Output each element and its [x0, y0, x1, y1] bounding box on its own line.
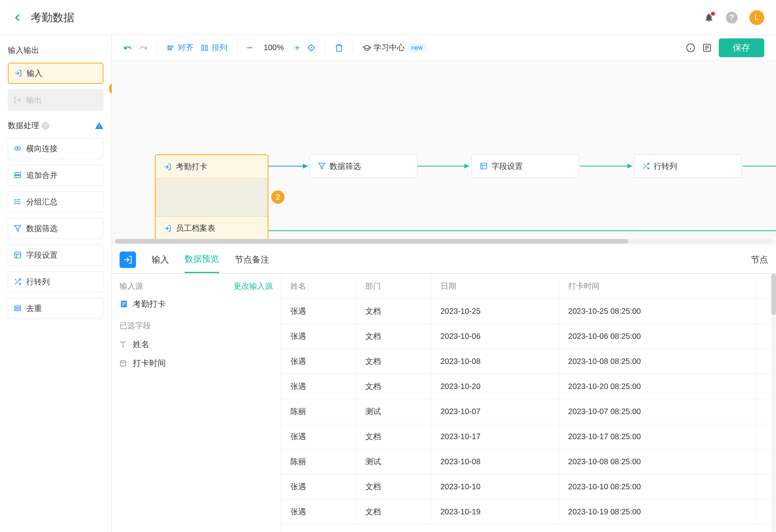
back-icon[interactable]	[12, 12, 23, 23]
column-header[interactable]: 日期	[431, 274, 558, 299]
tab-node-right[interactable]: 节点	[751, 247, 768, 273]
table-row[interactable]: 张遇文档2023-10-102023-10-10 08:25:00	[281, 474, 776, 499]
delete-button[interactable]	[335, 43, 343, 52]
svg-rect-51	[122, 304, 125, 304]
change-source-link[interactable]: 更改输入源	[234, 281, 273, 291]
table-row[interactable]: 张遇文档2023-10-202023-10-20 08:25:00	[281, 374, 776, 399]
sidebar-io-title: 输入输出	[8, 45, 103, 56]
filter-icon	[14, 224, 22, 232]
align-button[interactable]: 对齐	[167, 42, 194, 53]
node-attendance[interactable]: 考勤打卡	[156, 155, 268, 179]
sidebar-input-label: 输入	[27, 68, 42, 79]
zoom-fit-button[interactable]	[307, 43, 315, 52]
node-fields[interactable]: 字段设置	[471, 154, 579, 178]
bottom-panel: 输入源 更改输入源 考勤打卡 已选字段 姓名 打卡时间	[112, 273, 776, 532]
sidebar-output: 输出	[8, 89, 103, 110]
node-filter[interactable]: 数据筛选	[310, 154, 417, 178]
sidebar-item-pivot[interactable]: 行转列	[8, 271, 103, 292]
svg-rect-3	[15, 176, 21, 178]
tab-input[interactable]: 输入	[152, 247, 169, 273]
avatar[interactable]: L	[749, 10, 764, 25]
svg-rect-50	[122, 302, 125, 303]
help-icon[interactable]: ?	[42, 122, 49, 130]
zoom-out-button[interactable]: −	[247, 42, 253, 54]
undo-button[interactable]	[123, 43, 132, 52]
table-row[interactable]: 陈丽测试2023-10-082023-10-08 08:25:00	[281, 449, 776, 474]
app-header: 考勤数据 ? L	[0, 0, 776, 35]
svg-marker-42	[319, 163, 325, 169]
column-header[interactable]: 打卡时间	[558, 274, 756, 299]
preview-table: 姓名部门日期打卡时间 张遇文档2023-10-252023-10-25 08:2…	[281, 274, 776, 525]
sidebar: 输入输出 输入 输出 数据处理 ? 横向连接 追加合并	[0, 35, 112, 532]
tab-notes[interactable]: 节点备注	[235, 247, 269, 273]
sidebar-item-dedup[interactable]: 去重	[8, 298, 103, 319]
svg-rect-22	[202, 45, 203, 50]
svg-point-7	[15, 199, 16, 200]
sidebar-output-label: 输出	[26, 95, 42, 105]
sidebar-item-fields[interactable]: 字段设置	[8, 244, 103, 266]
page-title: 考勤数据	[31, 10, 74, 25]
filter-icon	[318, 162, 326, 170]
zoom-in-button[interactable]: +	[294, 42, 300, 53]
info-icon[interactable]	[686, 43, 695, 52]
save-button[interactable]: 保存	[719, 38, 764, 57]
union-icon	[14, 171, 22, 179]
tab-preview[interactable]: 数据预览	[185, 246, 219, 273]
table-row[interactable]: 张遇文档2023-10-062023-10-06 08:25:00	[281, 324, 776, 349]
sidebar-process-title: 数据处理 ?	[8, 120, 103, 131]
column-header[interactable]: 姓名	[281, 274, 356, 299]
toolbar: 对齐 排列 − 100% + 学习中心 new 保存	[112, 35, 776, 60]
sidebar-item-group[interactable]: 分组汇总	[8, 191, 103, 212]
table-row[interactable]: 张遇文档2023-10-172023-10-17 08:25:00	[281, 424, 776, 449]
column-header[interactable]: 部门	[356, 274, 431, 299]
field-name[interactable]: 姓名	[112, 335, 281, 354]
input-icon	[163, 163, 171, 171]
source-label: 输入源	[120, 281, 143, 291]
log-icon[interactable]	[702, 43, 712, 52]
svg-rect-11	[15, 252, 21, 258]
svg-line-48	[643, 163, 645, 165]
date-icon	[120, 360, 128, 367]
svg-rect-43	[481, 163, 487, 169]
sidebar-item-filter[interactable]: 数据筛选	[8, 218, 103, 239]
input-icon	[14, 69, 22, 77]
notification-icon[interactable]	[704, 13, 714, 23]
svg-rect-2	[15, 172, 21, 175]
node-pivot[interactable]: 行转列	[634, 154, 742, 178]
svg-point-25	[311, 47, 312, 48]
learn-center-button[interactable]: 学习中心 new	[363, 42, 426, 53]
input-tab-icon	[120, 252, 136, 268]
field-time[interactable]: 打卡时间	[112, 354, 281, 373]
input-icon	[163, 224, 171, 232]
dedup-icon	[14, 304, 22, 312]
redo-button[interactable]	[139, 43, 148, 52]
vertical-scrollbar[interactable]	[771, 274, 776, 532]
fields-icon	[14, 251, 22, 259]
sidebar-input[interactable]: 输入	[8, 63, 103, 84]
pivot-icon	[14, 278, 22, 286]
horizontal-scrollbar[interactable]	[115, 239, 773, 244]
sidebar-item-join[interactable]: 横向连接	[8, 138, 103, 159]
warning-icon[interactable]	[95, 121, 103, 130]
node-input-group[interactable]: 考勤打卡 员工档案表	[155, 154, 268, 241]
preview-panel: 姓名部门日期打卡时间 张遇文档2023-10-252023-10-25 08:2…	[281, 274, 776, 532]
join-icon	[14, 145, 22, 152]
help-icon[interactable]: ?	[726, 12, 738, 24]
canvas[interactable]: 考勤打卡 员工档案表 2 数据筛选 字段设置 行转列	[112, 60, 776, 246]
source-item[interactable]: 考勤打卡	[112, 295, 281, 313]
fields-label: 已选字段	[112, 313, 281, 335]
svg-rect-21	[169, 48, 172, 49]
table-row[interactable]: 张遇文档2023-10-192023-10-19 08:25:00	[281, 499, 776, 525]
group-icon	[14, 198, 22, 206]
new-badge: new	[407, 43, 426, 52]
node-employee[interactable]: 员工档案表	[156, 216, 268, 240]
bottom-tabs: 输入 数据预览 节点备注 节点	[112, 246, 776, 273]
fields-icon	[480, 162, 488, 170]
svg-rect-17	[15, 306, 21, 308]
table-row[interactable]: 张遇文档2023-10-082023-10-08 08:25:00	[281, 349, 776, 374]
sidebar-item-union[interactable]: 追加合并	[8, 165, 103, 186]
table-row[interactable]: 张遇文档2023-10-252023-10-25 08:25:00	[281, 299, 776, 324]
table-row[interactable]: 陈丽测试2023-10-072023-10-07 08:25:00	[281, 399, 776, 424]
source-panel: 输入源 更改输入源 考勤打卡 已选字段 姓名 打卡时间	[112, 274, 281, 532]
arrange-button[interactable]: 排列	[201, 42, 227, 53]
